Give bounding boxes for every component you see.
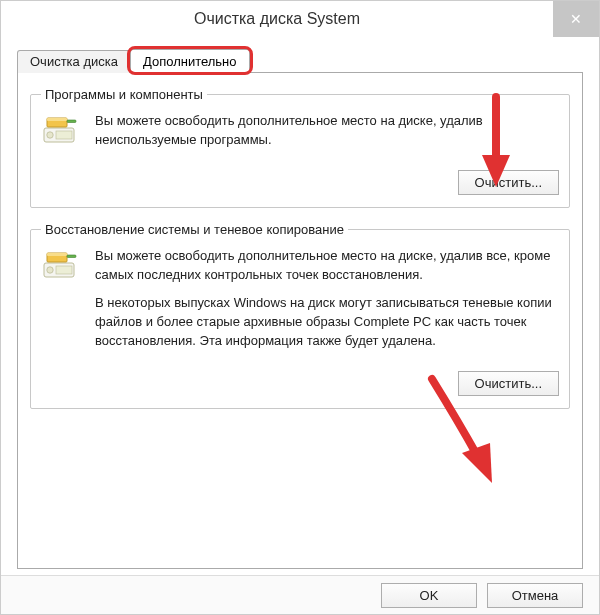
tab-more-options[interactable]: Дополнительно <box>130 49 250 73</box>
group-actions: Очистить... <box>41 170 559 195</box>
cleanup-icon <box>41 249 81 281</box>
svg-rect-10 <box>47 253 67 256</box>
svg-point-7 <box>47 266 53 272</box>
group-body: Вы можете освободить дополнительное мест… <box>41 112 559 160</box>
group-text: Вы можете освободить дополнительное мест… <box>95 112 559 160</box>
group-programs-components: Программы и компоненты Вы може <box>30 87 570 208</box>
svg-rect-4 <box>47 118 67 121</box>
cleanup-icon <box>41 114 81 146</box>
tab-label: Дополнительно <box>143 54 237 69</box>
group-legend: Программы и компоненты <box>41 87 207 102</box>
group-text: Вы можете освободить дополнительное мест… <box>95 247 559 361</box>
close-button[interactable]: ✕ <box>553 1 599 37</box>
group-description-1: Вы можете освободить дополнительное мест… <box>95 247 559 285</box>
cancel-button[interactable]: Отмена <box>487 583 583 608</box>
tab-pane-more-options: Программы и компоненты Вы може <box>17 72 583 569</box>
group-actions: Очистить... <box>41 371 559 396</box>
titlebar: Очистка диска System ✕ <box>1 1 599 37</box>
svg-point-1 <box>47 132 53 138</box>
svg-rect-8 <box>56 266 72 274</box>
svg-marker-14 <box>462 443 492 483</box>
content-area: Очистка диска Дополнительно Программы и … <box>1 37 599 575</box>
close-icon: ✕ <box>570 11 582 27</box>
group-description: Вы можете освободить дополнительное мест… <box>95 112 559 150</box>
tab-label: Очистка диска <box>30 54 118 69</box>
tab-disk-cleanup[interactable]: Очистка диска <box>17 50 131 73</box>
cleanup-restore-button[interactable]: Очистить... <box>458 371 559 396</box>
svg-rect-5 <box>67 120 76 123</box>
svg-rect-2 <box>56 131 72 139</box>
cleanup-programs-button[interactable]: Очистить... <box>458 170 559 195</box>
ok-button[interactable]: OK <box>381 583 477 608</box>
group-description-2: В некоторых выпусках Windows на диск мог… <box>95 294 559 351</box>
window-title: Очистка диска System <box>1 10 553 28</box>
group-body: Вы можете освободить дополнительное мест… <box>41 247 559 361</box>
dialog-window: Очистка диска System ✕ Очистка диска Доп… <box>0 0 600 615</box>
dialog-footer: OK Отмена <box>1 575 599 614</box>
group-legend: Восстановление системы и теневое копиров… <box>41 222 348 237</box>
svg-rect-11 <box>67 255 76 258</box>
group-system-restore: Восстановление системы и теневое копиров… <box>30 222 570 409</box>
tab-strip: Очистка диска Дополнительно <box>17 47 583 73</box>
